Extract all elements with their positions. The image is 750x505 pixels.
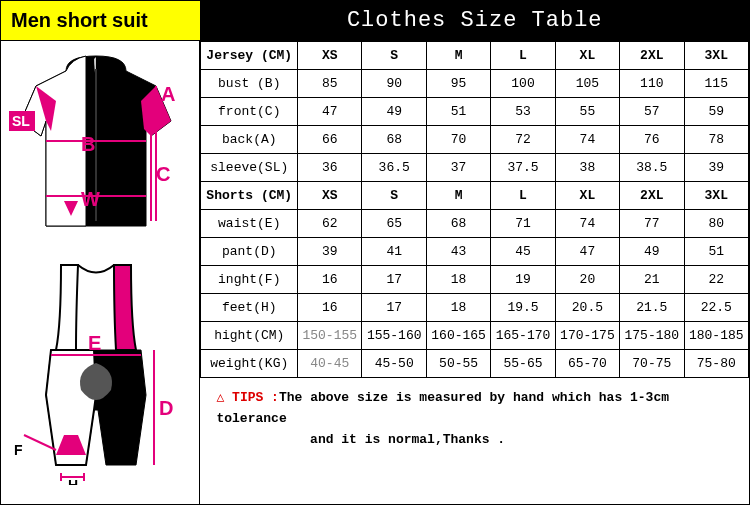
size-header-cell: XL [555, 42, 619, 70]
value-cell: 74 [555, 126, 619, 154]
value-cell: 85 [298, 70, 362, 98]
value-cell: 49 [362, 98, 426, 126]
value-cell: 39 [298, 238, 362, 266]
banner-right: Clothes Size Table [200, 1, 749, 41]
value-cell: 43 [426, 238, 490, 266]
value-cell: 76 [620, 126, 684, 154]
value-cell: 110 [620, 70, 684, 98]
size-header-cell: 2XL [620, 182, 684, 210]
size-header-cell: 3XL [684, 182, 748, 210]
table-row: feet(H)16171819.520.521.522.5 [201, 294, 749, 322]
table-section-header: Shorts (CM)XSSMLXL2XL3XL [201, 182, 749, 210]
value-cell: 62 [298, 210, 362, 238]
value-cell: 17 [362, 294, 426, 322]
tips-text-1: The above size is measured by hand which… [216, 390, 669, 426]
value-cell: 51 [426, 98, 490, 126]
size-header-cell: M [426, 182, 490, 210]
value-cell: 80 [684, 210, 748, 238]
table-row: sleeve(SL)3636.53737.53838.539 [201, 154, 749, 182]
table-section-header: Jersey (CM)XSSMLXL2XL3XL [201, 42, 749, 70]
value-cell: 77 [620, 210, 684, 238]
value-cell: 150-155 [298, 322, 362, 350]
size-header-cell: XL [555, 182, 619, 210]
table-row: pant(D)39414345474951 [201, 238, 749, 266]
value-cell: 51 [684, 238, 748, 266]
left-column: Men short suit SL A B C W [1, 1, 200, 504]
value-cell: 55 [555, 98, 619, 126]
value-cell: 17 [362, 266, 426, 294]
row-label-cell: front(C) [201, 98, 298, 126]
value-cell: 22 [684, 266, 748, 294]
tips-label: TIPS : [232, 390, 279, 405]
value-cell: 37 [426, 154, 490, 182]
value-cell: 20.5 [555, 294, 619, 322]
row-label-cell: waist(E) [201, 210, 298, 238]
jersey-diagram: SL A B C W [6, 51, 186, 241]
table-row: bust (B)859095100105110115 [201, 70, 749, 98]
value-cell: 55-65 [491, 350, 555, 378]
size-header-cell: 2XL [620, 42, 684, 70]
row-label-cell: weight(KG) [201, 350, 298, 378]
value-cell: 74 [555, 210, 619, 238]
value-cell: 45-50 [362, 350, 426, 378]
diagram-area: SL A B C W [1, 41, 200, 504]
row-label-cell: bust (B) [201, 70, 298, 98]
row-label-cell: hight(CM) [201, 322, 298, 350]
size-header-cell: L [491, 182, 555, 210]
label-f: F [14, 442, 23, 458]
value-cell: 22.5 [684, 294, 748, 322]
value-cell: 21 [620, 266, 684, 294]
value-cell: 18 [426, 266, 490, 294]
row-label-cell: inght(F) [201, 266, 298, 294]
label-a: A [161, 83, 175, 105]
value-cell: 78 [684, 126, 748, 154]
value-cell: 165-170 [491, 322, 555, 350]
value-cell: 70-75 [620, 350, 684, 378]
label-w: W [81, 188, 100, 210]
value-cell: 16 [298, 266, 362, 294]
value-cell: 68 [362, 126, 426, 154]
value-cell: 38.5 [620, 154, 684, 182]
size-header-cell: M [426, 42, 490, 70]
label-h: H [68, 477, 78, 485]
label-sl: SL [12, 113, 30, 129]
tips-text-2: and it is normal,Thanks . [310, 432, 505, 447]
warning-icon: △ [216, 390, 224, 405]
value-cell: 68 [426, 210, 490, 238]
label-c: C [156, 163, 170, 185]
size-header-cell: XS [298, 42, 362, 70]
size-header-cell: XS [298, 182, 362, 210]
row-label-cell: feet(H) [201, 294, 298, 322]
value-cell: 39 [684, 154, 748, 182]
value-cell: 47 [555, 238, 619, 266]
value-cell: 155-160 [362, 322, 426, 350]
value-cell: 105 [555, 70, 619, 98]
table-row: weight(KG)40-4545-5050-5555-6565-7070-75… [201, 350, 749, 378]
value-cell: 21.5 [620, 294, 684, 322]
shorts-diagram: E D F H [6, 255, 186, 485]
size-header-cell: S [362, 182, 426, 210]
value-cell: 36 [298, 154, 362, 182]
table-row: front(C)47495153555759 [201, 98, 749, 126]
size-header-cell: L [491, 42, 555, 70]
value-cell: 95 [426, 70, 490, 98]
value-cell: 19 [491, 266, 555, 294]
value-cell: 170-175 [555, 322, 619, 350]
size-header-cell: S [362, 42, 426, 70]
label-b: B [81, 133, 95, 155]
value-cell: 115 [684, 70, 748, 98]
value-cell: 36.5 [362, 154, 426, 182]
banner-left: Men short suit [1, 1, 200, 41]
value-cell: 50-55 [426, 350, 490, 378]
table-row: hight(CM)150-155155-160160-165165-170170… [201, 322, 749, 350]
value-cell: 47 [298, 98, 362, 126]
value-cell: 66 [298, 126, 362, 154]
value-cell: 37.5 [491, 154, 555, 182]
row-label-cell: sleeve(SL) [201, 154, 298, 182]
value-cell: 19.5 [491, 294, 555, 322]
row-label-cell: pant(D) [201, 238, 298, 266]
value-cell: 45 [491, 238, 555, 266]
page-container: Men short suit SL A B C W [0, 0, 750, 505]
value-cell: 72 [491, 126, 555, 154]
value-cell: 180-185 [684, 322, 748, 350]
